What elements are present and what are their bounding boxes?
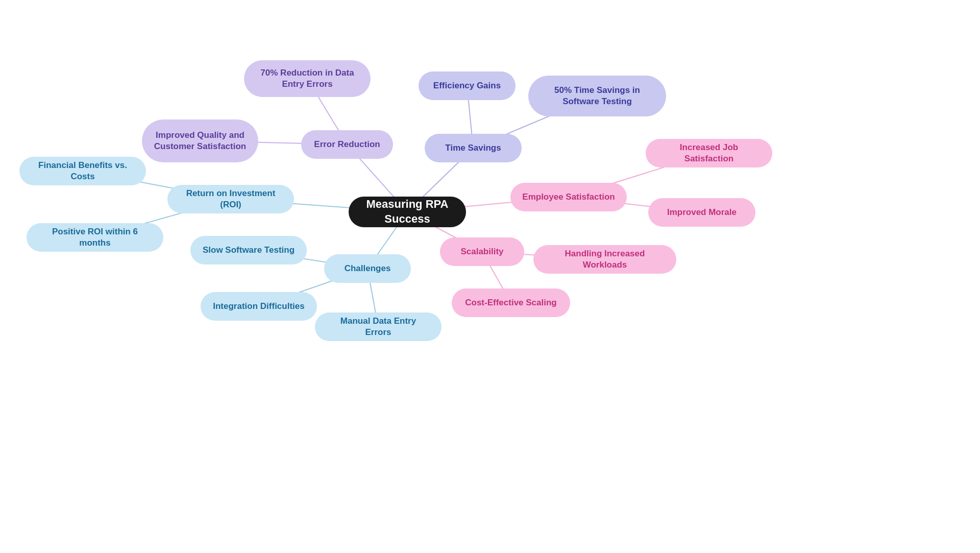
time-savings-50-node: 50% Time Savings in Software Testing: [528, 76, 666, 116]
handling-workloads-node: Handling Increased Workloads: [533, 245, 676, 274]
financial-benefits-node: Financial Benefits vs. Costs: [19, 157, 146, 185]
positive-roi-node: Positive ROI within 6 months: [27, 223, 163, 252]
scalability-node: Scalability: [440, 237, 524, 266]
center-node: Measuring RPA Success: [349, 197, 466, 227]
integration-node: Integration Difficulties: [201, 292, 317, 321]
improved-quality-node: Improved Quality and Customer Satisfacti…: [142, 119, 258, 162]
manual-data-node: Manual Data Entry Errors: [315, 312, 442, 341]
error-reduction-node: Error Reduction: [301, 130, 393, 159]
efficiency-gains-node: Efficiency Gains: [419, 71, 516, 100]
improved-morale-node: Improved Morale: [648, 198, 755, 227]
slow-software-node: Slow Software Testing: [190, 236, 307, 265]
cost-effective-node: Cost-Effective Scaling: [452, 288, 570, 317]
roi-node: Return on Investment (ROI): [167, 185, 294, 213]
challenges-node: Challenges: [324, 254, 411, 283]
increased-job-node: Increased Job Satisfaction: [646, 139, 772, 167]
employee-satisfaction-node: Employee Satisfaction: [510, 183, 627, 211]
time-savings-node: Time Savings: [425, 134, 522, 162]
data-entry-70-node: 70% Reduction in Data Entry Errors: [244, 60, 371, 97]
